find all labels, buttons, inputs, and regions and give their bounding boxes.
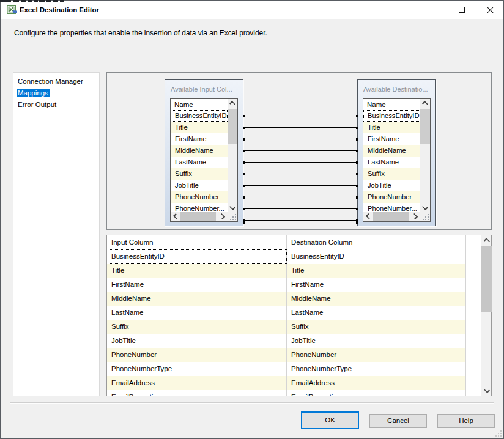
list-item[interactable]: LastName <box>363 157 420 168</box>
window-resize-grip-icon[interactable] <box>495 430 502 437</box>
list-item[interactable]: PhoneNumber <box>363 191 420 203</box>
footer-divider <box>10 402 494 403</box>
list-item[interactable]: PhoneNumber <box>171 191 228 203</box>
table-row[interactable]: LastNameLastName <box>107 306 481 320</box>
minimize-icon <box>431 10 437 10</box>
list-item[interactable]: BusinessEntityID <box>171 110 228 122</box>
grid-column-divider <box>465 235 466 396</box>
mapping-connection-line[interactable] <box>244 116 357 116</box>
scroll-up-icon[interactable] <box>484 238 490 244</box>
maximize-button[interactable] <box>448 1 476 19</box>
table-row[interactable]: EmailAddressEmailAddress <box>107 376 481 390</box>
excel-destination-icon <box>7 5 17 15</box>
vertical-scrollbar[interactable] <box>228 99 237 212</box>
mapping-canvas: Available Input Col... Name BusinessEnti… <box>106 72 492 230</box>
close-button[interactable] <box>476 1 504 19</box>
scroll-down-icon[interactable] <box>484 387 490 393</box>
mapping-grid: Input Column Destination Column Business… <box>106 235 492 396</box>
table-row[interactable]: JobTitleJobTitle <box>107 334 481 348</box>
scrollbar-thumb[interactable] <box>420 109 430 144</box>
table-row[interactable]: EmailPromotionEmailPromotion <box>107 390 481 396</box>
cancel-button[interactable]: Cancel <box>369 414 427 428</box>
table-row[interactable]: FirstNameFirstName <box>107 278 481 292</box>
ok-button[interactable]: OK <box>301 411 359 429</box>
list-item[interactable]: MiddleName <box>171 145 228 157</box>
scrollbar-thumb[interactable] <box>481 246 492 312</box>
help-button[interactable]: Help <box>437 414 495 428</box>
list-item[interactable]: BusinessEntityID <box>363 110 420 122</box>
nav-item-connection-manager[interactable]: Connection Manager <box>13 76 99 87</box>
nav-item-mappings[interactable]: Mappings <box>13 87 99 99</box>
list-item[interactable]: LastName <box>171 157 228 168</box>
list-item[interactable]: PhoneNumber... <box>171 203 228 212</box>
nav-item-error-output[interactable]: Error Output <box>13 99 99 111</box>
mapping-connection-line[interactable] <box>244 223 357 223</box>
grid-header: Input Column Destination Column <box>107 235 481 249</box>
list-item[interactable]: MiddleName <box>363 145 420 157</box>
scrollbar-corner <box>228 212 237 221</box>
list-item[interactable]: FirstName <box>363 133 420 145</box>
available-destination-columns-box[interactable]: Available Destinatio... Name BusinessEnt… <box>357 79 436 226</box>
list-item[interactable]: JobTitle <box>363 180 420 191</box>
window-title: Excel Destination Editor <box>20 1 99 19</box>
background-window-text-fragment <box>21 0 26 2</box>
mapping-connection-line[interactable] <box>244 208 357 209</box>
window-border-left <box>0 0 1 439</box>
list-item[interactable]: Title <box>363 122 420 133</box>
destination-box-title: Available Destinatio... <box>363 86 428 93</box>
table-row[interactable]: MiddleNameMiddleName <box>107 292 481 306</box>
list-item[interactable]: Suffix <box>171 168 228 180</box>
maximize-icon <box>459 7 465 13</box>
grid-header-input-column[interactable]: Input Column <box>111 235 153 249</box>
scroll-up-icon[interactable] <box>229 101 235 107</box>
table-row[interactable]: SuffixSuffix <box>107 320 481 334</box>
minimize-button[interactable] <box>420 1 448 19</box>
source-column-list: Name BusinessEntityID Title FirstName Mi… <box>170 98 238 222</box>
grid-header-destination-column[interactable]: Destination Column <box>291 235 352 249</box>
title-bar[interactable]: Excel Destination Editor <box>1 1 503 19</box>
window-border-top <box>0 0 504 1</box>
horizontal-scrollbar[interactable] <box>171 212 228 221</box>
mapping-connection-line[interactable] <box>244 139 357 139</box>
source-list-rows: BusinessEntityID Title FirstName MiddleN… <box>171 110 228 212</box>
mapping-connection-line[interactable] <box>244 174 357 174</box>
mapping-connection-line[interactable] <box>244 162 357 163</box>
table-row[interactable]: PhoneNumberTypePhoneNumberType <box>107 362 481 376</box>
table-row[interactable]: TitleTitle <box>107 264 481 278</box>
scroll-down-icon[interactable] <box>422 204 428 210</box>
scroll-left-icon[interactable] <box>366 213 372 220</box>
nav-item-label: Connection Manager <box>18 78 83 85</box>
list-item[interactable]: JobTitle <box>171 180 228 191</box>
mapping-connection-line[interactable] <box>244 197 357 197</box>
resize-grip-icon <box>423 214 429 220</box>
mapping-connection-line[interactable] <box>244 185 357 186</box>
scroll-right-icon[interactable] <box>412 213 418 220</box>
scrollbar-thumb[interactable] <box>228 109 237 144</box>
mapping-connection-line[interactable] <box>244 127 357 128</box>
list-item[interactable]: FirstName <box>171 133 228 145</box>
destination-list-header: Name <box>363 99 420 110</box>
list-item[interactable]: PhoneNumber... <box>363 203 420 212</box>
list-item[interactable]: Suffix <box>363 168 420 180</box>
mapping-connection-line[interactable] <box>244 150 357 151</box>
background-window-text-fragment <box>60 0 64 2</box>
scroll-up-icon[interactable] <box>422 101 428 107</box>
source-list-header: Name <box>171 99 228 110</box>
scroll-left-icon[interactable] <box>173 213 179 220</box>
scroll-down-icon[interactable] <box>229 204 235 210</box>
vertical-scrollbar[interactable] <box>420 99 430 212</box>
mapping-connection-line[interactable] <box>244 220 357 221</box>
resize-grip-icon <box>230 214 236 220</box>
table-row[interactable]: PhoneNumberPhoneNumber <box>107 348 481 362</box>
scrollbar-corner <box>420 212 430 221</box>
background-window-text-fragment <box>46 0 51 2</box>
horizontal-scrollbar[interactable] <box>363 212 420 221</box>
scrollbar-thumb[interactable] <box>180 212 216 221</box>
list-item[interactable]: Title <box>171 122 228 133</box>
page-list: Connection Manager Mappings Error Output <box>13 72 100 396</box>
scrollbar-thumb[interactable] <box>373 212 409 221</box>
grid-vertical-scrollbar[interactable] <box>481 235 491 396</box>
available-input-columns-box[interactable]: Available Input Col... Name BusinessEnti… <box>165 79 243 226</box>
scroll-right-icon[interactable] <box>219 213 225 220</box>
excel-destination-editor-dialog: Excel Destination Editor Configure the p… <box>0 0 504 439</box>
